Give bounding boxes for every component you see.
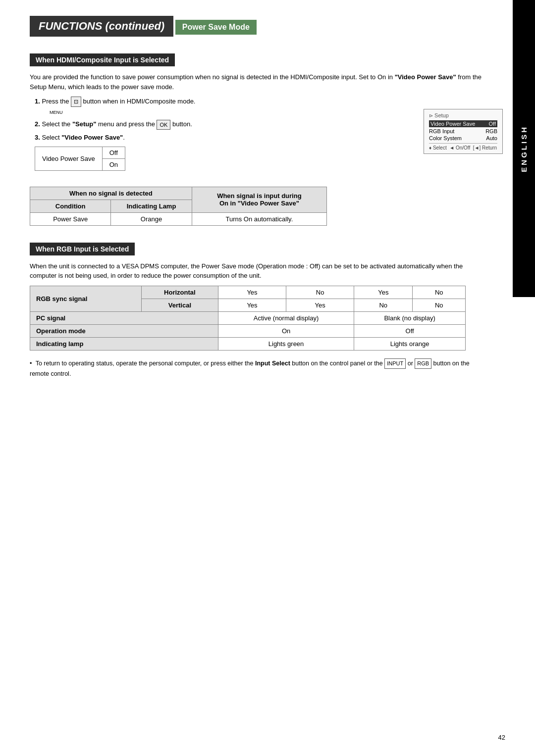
pc-blank: Blank (no display) bbox=[354, 311, 466, 324]
signal-orange: Orange bbox=[111, 212, 192, 225]
v-yes2: Yes bbox=[286, 299, 354, 311]
hdmi-section-header: When HDMI/Composite Input is Selected bbox=[30, 53, 175, 66]
rgb-section-header: When RGB Input is Selected bbox=[30, 243, 135, 255]
indicating-lamp-label: Indicating lamp bbox=[30, 337, 218, 350]
note-text: • To return to operating status, operate… bbox=[30, 358, 476, 379]
hdmi-body-text: You are provided the function to save po… bbox=[30, 72, 485, 92]
english-sidebar: ENGLISH bbox=[513, 0, 535, 297]
input-select-bold: Input Select bbox=[255, 360, 290, 367]
vertical-label: Vertical bbox=[141, 299, 218, 311]
menu-footer: ♦ Select ◄ On/Off [◄] Return bbox=[429, 143, 497, 151]
h-yes2: Yes bbox=[354, 286, 413, 299]
signal-condition-header: Condition bbox=[30, 200, 111, 212]
operation-mode-label: Operation mode bbox=[30, 324, 218, 337]
v-yes1: Yes bbox=[218, 299, 286, 311]
signal-lamp-header: Indicating Lamp bbox=[111, 200, 192, 212]
lamp-orange: Lights orange bbox=[354, 337, 466, 350]
signal-power-save: Power Save bbox=[30, 212, 111, 225]
h-no2: No bbox=[413, 286, 466, 299]
vps-label: Video Power Save bbox=[35, 147, 103, 170]
h-no1: No bbox=[286, 286, 354, 299]
horizontal-label: Horizontal bbox=[141, 286, 218, 299]
rgb-body-text: When the unit is connected to a VESA DPM… bbox=[30, 261, 485, 281]
menu-box: ⊳ Setup Video Power Save Off RGB Input R… bbox=[424, 109, 503, 154]
signal-col1-header: When no signal is detected bbox=[30, 187, 192, 200]
pc-signal-label: PC signal bbox=[30, 311, 218, 324]
input-button: INPUT bbox=[384, 358, 406, 369]
lamp-green: Lights green bbox=[218, 337, 354, 350]
op-off: Off bbox=[354, 324, 466, 337]
rgb-button: RGB bbox=[415, 358, 431, 369]
vps-on: On bbox=[102, 158, 125, 170]
menu-box-title: ⊳ Setup bbox=[429, 112, 497, 118]
menu-button: ⊡ bbox=[71, 97, 81, 107]
pc-active: Active (normal display) bbox=[218, 311, 354, 324]
op-on: On bbox=[218, 324, 354, 337]
rgb-table: RGB sync signal Horizontal Yes No Yes No… bbox=[30, 286, 466, 351]
english-label: ENGLISH bbox=[520, 125, 528, 172]
v-no1: No bbox=[354, 299, 413, 311]
main-title: FUNCTIONS (continued) bbox=[30, 16, 173, 37]
menu-item-rgb: RGB Input RGB bbox=[429, 128, 497, 134]
menu-item-color: Color System Auto bbox=[429, 135, 497, 141]
signal-table: When no signal is detected When signal i… bbox=[30, 187, 327, 226]
h-yes1: Yes bbox=[218, 286, 286, 299]
vps-table: Video Power Save Off On bbox=[35, 147, 125, 171]
power-save-mode-header: Power Save Mode bbox=[175, 20, 257, 35]
menu-label: MENU bbox=[50, 110, 63, 115]
signal-turns-on: Turns On automatically. bbox=[192, 212, 326, 225]
ok-button: OK bbox=[157, 120, 170, 130]
page-number: 42 bbox=[498, 734, 505, 741]
vps-off: Off bbox=[102, 147, 125, 158]
menu-item-vps: Video Power Save Off bbox=[429, 120, 497, 127]
signal-col2-header: When signal is input duringOn in "Video … bbox=[192, 187, 326, 212]
v-no2: No bbox=[413, 299, 466, 311]
rgb-sync-label: RGB sync signal bbox=[30, 286, 142, 311]
